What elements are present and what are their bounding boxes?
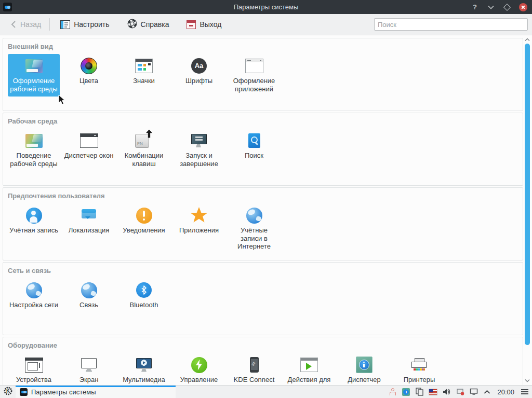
- settings-tile[interactable]: Управление: [173, 353, 225, 385]
- tile-label: Локализация: [69, 226, 110, 235]
- volume-icon[interactable]: [442, 388, 451, 396]
- settings-tile[interactable]: Приложения: [173, 203, 225, 238]
- chevron-up-icon[interactable]: [483, 388, 491, 396]
- section-header: Предпочтения пользователя: [8, 192, 523, 200]
- scroll-up-arrow-icon[interactable]: [524, 37, 530, 42]
- bluetooth-icon: [136, 281, 152, 299]
- settings-tile[interactable]: Учётная запись: [8, 203, 60, 238]
- settings-tile[interactable]: Связь: [63, 278, 115, 313]
- network-error-icon[interactable]: [456, 388, 464, 396]
- configure-button[interactable]: Настроить: [57, 18, 112, 31]
- tile-row: Оформление рабочей среды Цвета Значки Aa…: [8, 54, 523, 97]
- help-button[interactable]: Справка: [124, 17, 172, 32]
- exit-icon: [187, 20, 196, 29]
- category-section: Оборудование Устройства Экран Мультимеди…: [3, 337, 523, 385]
- search-doc-icon: [248, 131, 260, 150]
- tile-label: Мультимедиа: [123, 376, 165, 384]
- settings-tile[interactable]: Настройка сети: [8, 278, 60, 313]
- category-section: Внешний вид Оформление рабочей среды Цве…: [3, 38, 523, 111]
- color-wheel-icon: [81, 57, 97, 75]
- section-header: Рабочая среда: [8, 117, 523, 125]
- clock[interactable]: 20:00: [497, 388, 514, 396]
- minimize-button[interactable]: [486, 3, 496, 12]
- titlebar[interactable]: Параметры системы ?: [0, 0, 532, 14]
- toolbar: Назад Настроить Справка Выход: [0, 14, 532, 35]
- settings-tile[interactable]: Принтеры: [393, 353, 445, 385]
- device-actions-play-icon: [300, 355, 318, 374]
- tile-label: Приложения: [179, 226, 219, 235]
- help-label: Справка: [141, 20, 169, 29]
- close-button[interactable]: [518, 3, 528, 12]
- settings-tile[interactable]: Поиск: [228, 129, 280, 163]
- user-account-icon: [26, 206, 42, 225]
- notifications-icon: [136, 206, 152, 225]
- power-bolt-icon: [191, 355, 207, 374]
- locale-bubble-icon: [82, 206, 96, 225]
- settings-tile[interactable]: Aa Шрифты: [173, 54, 225, 89]
- settings-tile[interactable]: Диспетчер окон: [63, 129, 115, 163]
- info-badge-icon[interactable]: [402, 388, 410, 396]
- settings-tile[interactable]: Локализация: [63, 203, 115, 238]
- task-button-system-settings[interactable]: Параметры системы: [16, 386, 176, 398]
- section-header: Сеть и связь: [8, 267, 523, 275]
- window-help-button[interactable]: ?: [470, 3, 480, 12]
- tile-label: Поведение рабочей среды: [9, 152, 59, 168]
- window-controls: ?: [470, 3, 528, 12]
- search-input[interactable]: [374, 18, 528, 31]
- tile-label: Оформление приложений: [229, 77, 279, 93]
- manager-info-icon: [356, 355, 373, 374]
- settings-tile[interactable]: Bluetooth: [118, 278, 170, 313]
- tile-label: Учётная запись: [9, 226, 58, 235]
- user-icon[interactable]: [388, 388, 397, 396]
- exit-button[interactable]: Выход: [183, 18, 224, 31]
- tile-label: Оформление рабочей среды: [9, 77, 59, 93]
- settings-tile[interactable]: Запуск и завершение: [173, 129, 225, 171]
- tile-label: Шрифты: [185, 77, 212, 85]
- settings-tile[interactable]: Экран: [63, 353, 115, 385]
- scrollbar-thumb[interactable]: [525, 44, 530, 345]
- back-button[interactable]: Назад: [7, 18, 44, 31]
- settings-tile[interactable]: Значки: [118, 54, 170, 89]
- icon-set-icon: [135, 57, 153, 75]
- kdeconnect-phone-icon: [250, 355, 259, 374]
- tile-label: Комбинации клавиш: [119, 152, 169, 168]
- tile-label: Цвета: [79, 77, 98, 85]
- category-section: Предпочтения пользователя Учётная запись…: [3, 187, 523, 260]
- tile-row: Настройка сети Связь Bluetooth: [8, 278, 523, 313]
- app-style-icon: [245, 57, 263, 75]
- fonts-icon: Aa: [191, 57, 207, 75]
- section-header: Оборудование: [8, 341, 523, 349]
- settings-tile[interactable]: Оформление рабочей среды: [8, 54, 60, 97]
- tile-label: Устройства: [16, 376, 51, 384]
- settings-tile[interactable]: Уведомления: [118, 203, 170, 238]
- close-icon: [519, 3, 527, 11]
- clipboard-icon[interactable]: [415, 388, 424, 396]
- screen-icon[interactable]: [469, 388, 478, 396]
- configure-icon: [60, 20, 70, 29]
- category-section: Сеть и связь Настройка сети Связь Blueto…: [3, 262, 523, 335]
- settings-tile[interactable]: Диспетчер: [338, 353, 390, 385]
- settings-tile[interactable]: Действия для: [283, 353, 335, 385]
- tile-row: Поведение рабочей среды Диспетчер окон К…: [8, 129, 523, 171]
- settings-tile[interactable]: Поведение рабочей среды: [8, 129, 60, 171]
- settings-tile[interactable]: Оформление приложений: [228, 54, 280, 97]
- tile-label: Настройка сети: [9, 301, 58, 309]
- settings-tile[interactable]: Комбинации клавиш: [118, 129, 170, 171]
- exit-label: Выход: [200, 20, 221, 29]
- window-manager-icon: [80, 131, 98, 150]
- tile-label: Значки: [133, 77, 155, 85]
- maximize-button[interactable]: [502, 3, 512, 12]
- scroll-down-arrow-icon[interactable]: [524, 378, 530, 383]
- settings-tile[interactable]: Мультимедиа: [118, 353, 170, 385]
- settings-tile[interactable]: Учётные записи в Интернете: [228, 203, 280, 254]
- flag-us-icon[interactable]: [429, 388, 437, 396]
- kde-launcher-button[interactable]: K: [0, 386, 16, 398]
- panel-menu-icon[interactable]: [520, 388, 529, 396]
- configure-label: Настроить: [74, 20, 109, 29]
- settings-tile[interactable]: Цвета: [63, 54, 115, 89]
- settings-tile[interactable]: Устройства: [8, 353, 60, 385]
- tile-label: Связь: [79, 301, 98, 309]
- scrollbar[interactable]: [523, 35, 532, 385]
- settings-tile[interactable]: KDE Connect: [228, 353, 280, 385]
- tile-row: Учётная запись Локализация Уведомления П…: [8, 203, 523, 254]
